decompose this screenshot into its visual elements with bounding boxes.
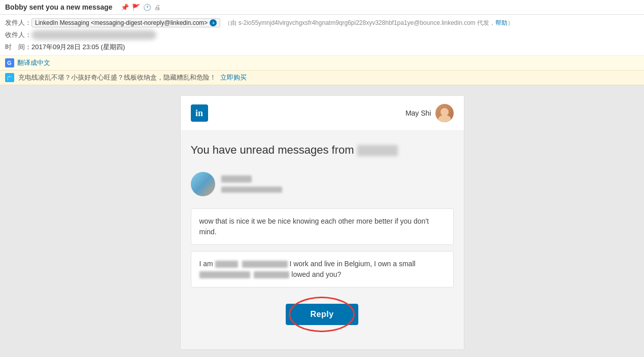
time-label: 时 间：	[5, 43, 31, 52]
avatar	[435, 104, 454, 122]
message-2-blurred-1	[215, 261, 238, 268]
email-title: Bobby sent you a new message	[5, 3, 113, 11]
message-box-2: I am I work and live in Belgium, I own a…	[191, 251, 454, 288]
message-box-1: wow that is nice it we be nice knowing e…	[191, 208, 454, 245]
recipient-label: 收件人：	[5, 30, 31, 40]
recipient-row: 收件人： ██████████████████████████>	[5, 29, 639, 41]
ad-icon: 广	[5, 73, 14, 82]
profile-name: May Shi	[405, 109, 431, 117]
ad-text: 充电线凌乱不堪？小孩好奇心旺盛？线板收纳盒，隐藏糟乱和危险！	[18, 73, 216, 82]
sender-tag[interactable]: LinkedIn Messaging <messaging-digest-nor…	[31, 18, 220, 27]
svg-text:G: G	[7, 60, 12, 66]
time-value: 2017年09月28日 23:05 (星期四)	[31, 43, 125, 52]
sender-row: 发件人： LinkedIn Messaging <messaging-diges…	[5, 17, 639, 29]
help-link[interactable]: 帮助	[495, 19, 507, 26]
sender-extra-info: （由 s-2io55ymnjd4lvirgvchgxsfr4hgnatm9qrg…	[224, 19, 514, 27]
message-2-prefix: I am	[199, 260, 215, 268]
message-2-blurred-2	[242, 261, 288, 268]
email-meta: 发件人： LinkedIn Messaging <messaging-diges…	[0, 15, 644, 56]
sender-name-blurred	[221, 175, 252, 183]
sender-details	[221, 175, 282, 193]
message-2-blurred-4	[254, 271, 289, 278]
profile-area: May Shi	[405, 104, 454, 122]
ad-buy-link[interactable]: 立即购买	[220, 73, 247, 82]
time-row: 时 间： 2017年09月28日 23:05 (星期四)	[5, 41, 639, 53]
sender-name: LinkedIn Messaging <messaging-digest-nor…	[35, 19, 208, 26]
email-body-content: You have unread messages from wow that i…	[181, 131, 464, 349]
email-header-bar: Bobby sent you a new message 📌 🚩 🕐 🖨	[0, 0, 644, 15]
email-content-card: in May Shi You have unread messages from	[180, 95, 464, 350]
reply-button[interactable]: Reply	[286, 304, 358, 325]
linkedin-logo-text: in	[195, 108, 203, 119]
message-1-text: wow that is nice it we be nice knowing e…	[199, 217, 429, 236]
sender-avatar	[191, 172, 215, 196]
message-2-blurred-3	[199, 271, 250, 278]
heading-blurred-name	[357, 145, 398, 156]
sender-info-row	[191, 168, 454, 200]
add-sender-button[interactable]: +	[210, 19, 217, 26]
translate-link[interactable]: 翻译成中文	[17, 58, 50, 67]
flag-icon[interactable]: 🚩	[132, 4, 140, 11]
pin-icon[interactable]: 📌	[121, 4, 129, 11]
reply-circle-wrapper: Reply	[286, 304, 358, 325]
ad-bar: 广 充电线凌乱不堪？小孩好奇心旺盛？线板收纳盒，隐藏糟乱和危险！ 立即购买	[0, 70, 644, 85]
header-icons: 📌 🚩 🕐 🖨	[121, 4, 161, 11]
reply-area: Reply	[191, 294, 454, 337]
translate-bar: G 翻译成中文	[0, 56, 644, 70]
translate-icon: G	[5, 58, 14, 67]
sender-label: 发件人：	[5, 18, 31, 27]
linkedin-logo: in	[191, 104, 208, 122]
sender-subtitle-blurred	[221, 187, 282, 193]
svg-text:广: 广	[7, 76, 12, 81]
linkedin-email-header: in May Shi	[181, 96, 464, 131]
message-2-middle: I work and live in Belgium, I own a smal…	[289, 260, 415, 268]
unread-heading: You have unread messages from	[191, 143, 454, 158]
message-2-suffix: lowed and you?	[291, 270, 341, 278]
print-icon[interactable]: 🖨	[154, 4, 161, 11]
recipient-tag: ██████████████████████████>	[31, 30, 156, 40]
heading-prefix: You have unread messages from	[191, 144, 354, 156]
email-body-wrapper: in May Shi You have unread messages from	[0, 85, 644, 357]
clock-icon[interactable]: 🕐	[143, 4, 151, 11]
